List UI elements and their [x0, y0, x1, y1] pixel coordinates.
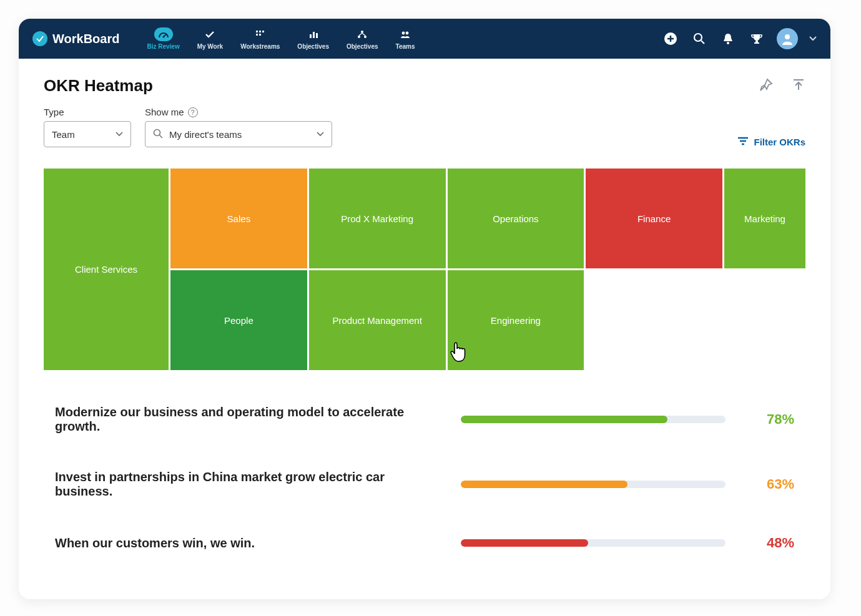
filter-okrs-label: Filter OKRs	[754, 137, 805, 147]
trophy-icon[interactable]	[748, 30, 765, 47]
showme-label: Show me ?	[145, 107, 332, 117]
svg-rect-19	[755, 41, 758, 42]
progress-bar	[461, 416, 726, 423]
svg-point-13	[402, 32, 405, 35]
showme-filter-group: Show me ? My direct's teams	[145, 107, 332, 147]
progress-fill	[461, 481, 627, 488]
svg-rect-9	[316, 33, 318, 38]
svg-line-24	[160, 135, 163, 138]
nav-label: Biz Review	[147, 43, 179, 50]
heatmap-tile-sales[interactable]: Sales	[170, 169, 307, 268]
heatmap-tile-finance[interactable]: Finance	[586, 169, 722, 268]
svg-line-17	[701, 41, 704, 44]
svg-rect-7	[310, 34, 312, 38]
upload-icon[interactable]	[792, 78, 805, 94]
svg-line-1	[164, 34, 166, 37]
type-label: Type	[44, 107, 131, 117]
people-icon	[396, 27, 415, 41]
svg-point-11	[358, 36, 360, 38]
filter-icon	[737, 137, 749, 147]
nav-biz-review[interactable]: Biz Review	[147, 27, 179, 50]
progress-percent: 48%	[744, 535, 794, 551]
svg-rect-2	[256, 31, 258, 32]
title-actions	[759, 78, 805, 94]
progress-fill	[461, 416, 667, 423]
showme-select[interactable]: My direct's teams	[145, 121, 332, 147]
chevron-down-icon[interactable]	[809, 34, 817, 43]
nav-label: Workstreams	[240, 43, 280, 50]
progress-fill	[461, 539, 588, 547]
objective-row[interactable]: Invest in partnerships in China market g…	[55, 470, 794, 499]
page-content: OKR Heatmap Type Team	[19, 59, 830, 599]
nav-items: Biz Review My Work Workstreams Objective…	[147, 27, 415, 50]
nav-right	[662, 28, 817, 49]
type-select[interactable]: Team	[44, 121, 131, 147]
branch-icon	[353, 27, 371, 41]
svg-rect-3	[259, 31, 261, 32]
progress-percent: 63%	[744, 476, 794, 492]
svg-rect-8	[313, 32, 315, 38]
svg-rect-6	[262, 31, 264, 32]
nav-label: Teams	[396, 43, 415, 50]
heatmap-tile-product-management[interactable]: Product Management	[309, 270, 446, 370]
chevron-down-icon	[116, 130, 123, 139]
heatmap-tile-marketing[interactable]: Marketing	[724, 169, 805, 268]
gauge-icon	[154, 27, 173, 41]
progress-bar	[461, 539, 726, 547]
svg-rect-20	[754, 42, 759, 44]
check-icon	[200, 27, 219, 41]
nav-label: Objectives	[297, 43, 329, 50]
nav-workstreams[interactable]: Workstreams	[240, 27, 280, 50]
svg-point-18	[727, 42, 729, 44]
nav-teams[interactable]: Teams	[396, 27, 415, 50]
nav-label: My Work	[197, 43, 224, 50]
app-window: WorkBoard Biz Review My Work Workstreams	[19, 19, 830, 599]
svg-rect-4	[256, 34, 258, 36]
search-icon	[153, 129, 163, 140]
svg-rect-5	[259, 34, 261, 36]
logo-icon	[32, 31, 47, 46]
add-icon[interactable]	[662, 30, 679, 47]
svg-point-21	[785, 34, 790, 39]
objective-text: When our customers win, we win.	[55, 536, 442, 550]
objective-row[interactable]: When our customers win, we win. 48%	[55, 535, 794, 551]
heatmap-tile-people[interactable]: People	[170, 270, 307, 370]
filter-bar: Type Team Show me ? My direct'	[44, 107, 805, 147]
chevron-down-icon	[317, 130, 324, 139]
heatmap-tile-client-services[interactable]: Client Services	[44, 169, 169, 370]
svg-point-10	[361, 31, 363, 33]
nav-label: Objectives	[347, 43, 378, 50]
heatmap-tile-engineering[interactable]: Engineering	[448, 270, 584, 370]
type-filter-group: Type Team	[44, 107, 131, 147]
type-value: Team	[52, 129, 75, 140]
heatmap-tile-prodx[interactable]: Prod X Marketing	[309, 169, 446, 268]
nav-objectives-bars[interactable]: Objectives	[297, 27, 329, 50]
objective-text: Modernize our business and operating mod…	[55, 405, 442, 434]
app-logo[interactable]: WorkBoard	[32, 31, 119, 46]
help-icon[interactable]: ?	[188, 107, 198, 117]
objectives-list: Modernize our business and operating mod…	[44, 405, 805, 551]
app-name: WorkBoard	[52, 32, 119, 46]
progress-bar	[461, 481, 726, 488]
nav-my-work[interactable]: My Work	[197, 27, 224, 50]
progress-percent: 78%	[744, 411, 794, 428]
search-icon[interactable]	[691, 30, 708, 47]
nav-objectives-branch[interactable]: Objectives	[347, 27, 378, 50]
pin-icon[interactable]	[759, 78, 773, 94]
bell-icon[interactable]	[719, 30, 737, 47]
user-avatar[interactable]	[777, 28, 798, 49]
filter-okrs-button[interactable]: Filter OKRs	[737, 137, 805, 147]
svg-point-12	[364, 36, 367, 38]
showme-value: My direct's teams	[169, 129, 242, 140]
heatmap-tile-operations[interactable]: Operations	[448, 169, 584, 268]
bars-icon	[304, 27, 323, 41]
top-navbar: WorkBoard Biz Review My Work Workstreams	[19, 19, 830, 59]
page-title: OKR Heatmap	[44, 76, 153, 95]
objective-row[interactable]: Modernize our business and operating mod…	[55, 405, 794, 434]
svg-point-23	[154, 129, 160, 135]
objective-text: Invest in partnerships in China market g…	[55, 470, 442, 499]
heatmap-grid: Sales Prod X Marketing Operations Financ…	[44, 169, 805, 370]
svg-point-16	[694, 34, 702, 41]
title-row: OKR Heatmap	[44, 76, 805, 95]
grid-icon	[251, 27, 270, 41]
